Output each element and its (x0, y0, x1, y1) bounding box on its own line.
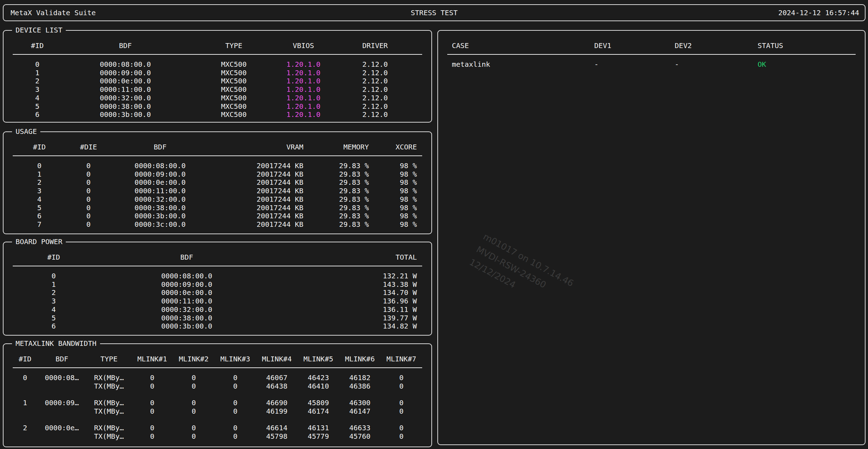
cell-id: 3 (13, 187, 66, 195)
cell-id: 6 (13, 111, 62, 119)
col-header-die: #DIE (66, 143, 111, 151)
col-header-mlink4: MLINK#4 (256, 355, 297, 363)
col-header-id: #ID (13, 143, 66, 151)
power-row-0: 0 0000:08:00.0 132.21 W (13, 272, 422, 280)
cell-xcore: 98 % (369, 212, 422, 220)
cell-total: 132.21 W (279, 272, 422, 280)
cell-type: MXC500 (189, 85, 279, 94)
col-header-type: TYPE (189, 41, 279, 50)
mlink-tx-row-1: TX(MBy… 0 0 0 46199 46174 46147 0 (13, 407, 422, 416)
status-badge: OK (758, 60, 856, 69)
cell-die: 0 (66, 220, 111, 229)
device-row-6: 6 0000:3b:00.0 MXC500 1.20.1.0 2.12.0 (13, 111, 422, 119)
mlink-tx-row-2: TX(MBy… 0 0 0 45798 45779 45760 0 (13, 432, 422, 441)
cell-mlink2: 0 (173, 407, 214, 416)
cell-id: 4 (13, 94, 62, 102)
cell-mlink2: 0 (173, 424, 214, 432)
cell-id: 1 (13, 399, 37, 407)
col-header-id: #ID (13, 41, 62, 50)
cell-mlink2: 0 (173, 432, 214, 441)
usage-panel: USAGE #ID #DIE BDF VRAM MEMORY XCORE 0 0… (3, 131, 432, 234)
cell-mlink6: 46633 (339, 424, 380, 432)
board-power-panel: BOARD POWER #ID BDF TOTAL 0 0000:08:00.0… (3, 242, 432, 336)
cell-type: RX(MBy… (86, 399, 131, 407)
cell-mlink6: 46182 (339, 374, 380, 382)
cell-bdf: 0000:09:00.0 (95, 280, 279, 289)
cell-mlink7: 0 (381, 374, 422, 382)
cell-id: 0 (13, 272, 95, 280)
usage-row-0: 0 0 0000:08:00.0 20017244 KB 29.83 % 98 … (13, 162, 422, 170)
cell-mlink7: 0 (381, 424, 422, 432)
device-row-1: 1 0000:09:00.0 MXC500 1.20.1.0 2.12.0 (13, 69, 422, 77)
cell-mlink3: 0 (215, 382, 256, 391)
cell-bdf: 0000:09:00.0 (62, 69, 189, 77)
cell-vbios: 1.20.1.0 (279, 69, 328, 77)
cell-vram: 20017244 KB (209, 162, 303, 170)
cell-type: MXC500 (189, 111, 279, 119)
col-header-total: TOTAL (279, 253, 422, 261)
device-row-2: 2 0000:0e:00.0 MXC500 1.20.1.0 2.12.0 (13, 77, 422, 85)
col-header-mlink5: MLINK#5 (298, 355, 339, 363)
top-bar: MetaX Validate Suite STRESS TEST 2024-12… (3, 4, 866, 21)
col-header-bdf: BDF (95, 253, 279, 261)
mlink-tx-row-0: TX(MBy… 0 0 0 46438 46410 46386 0 (13, 382, 422, 391)
cell-bdf: 0000:08… (37, 374, 86, 382)
cell-die: 0 (66, 204, 111, 212)
cell-id: 2 (13, 77, 62, 85)
cell-dev2: - (675, 60, 757, 69)
cell-mlink7: 0 (381, 399, 422, 407)
cell-total: 134.70 W (279, 289, 422, 297)
cell-mlink3: 0 (215, 399, 256, 407)
power-row-6: 6 0000:3b:00.0 134.82 W (13, 322, 422, 331)
cell-mlink6: 46300 (339, 399, 380, 407)
col-header-mlink2: MLINK#2 (173, 355, 214, 363)
cell-bdf: 0000:3b:00.0 (111, 212, 209, 220)
cell-mlink5: 45809 (298, 399, 339, 407)
cell-type: MXC500 (189, 77, 279, 85)
cell-xcore: 98 % (369, 195, 422, 204)
cell-mlink4: 45798 (256, 432, 297, 441)
cell-bdf: 0000:09:00.0 (111, 170, 209, 179)
col-header-status: STATUS (758, 41, 856, 50)
cell-mlink7: 0 (381, 382, 422, 391)
cell-driver: 2.12.0 (328, 69, 422, 77)
cell-xcore: 98 % (369, 178, 422, 187)
cell-id: 6 (13, 212, 66, 220)
header-divider (447, 54, 856, 55)
cell-bdf: 0000:0e… (37, 424, 86, 432)
cell-memory: 29.83 % (303, 162, 369, 170)
cell-mlink7: 0 (381, 432, 422, 441)
col-header-id: #ID (13, 253, 95, 261)
col-header-case: CASE (447, 41, 594, 50)
cell-driver: 2.12.0 (328, 102, 422, 111)
cell-driver: 2.12.0 (328, 94, 422, 102)
cell-mlink5: 46174 (298, 407, 339, 416)
cell-bdf: 0000:3c:00.0 (111, 220, 209, 229)
device-row-3: 3 0000:11:00.0 MXC500 1.20.1.0 2.12.0 (13, 85, 422, 94)
cell-mlink1: 0 (132, 432, 173, 441)
cell-total: 134.82 W (279, 322, 422, 331)
cell-mlink3: 0 (215, 407, 256, 416)
cell-bdf: 0000:32:00.0 (62, 94, 189, 102)
cell-bdf: 0000:3b:00.0 (62, 111, 189, 119)
cell-mlink5: 46410 (298, 382, 339, 391)
cell-xcore: 98 % (369, 187, 422, 195)
cell-total: 139.77 W (279, 314, 422, 323)
power-row-4: 4 0000:32:00.0 136.11 W (13, 306, 422, 314)
cell-die: 0 (66, 170, 111, 179)
cell-mlink3: 0 (215, 424, 256, 432)
cell-type: TX(MBy… (86, 382, 131, 391)
power-row-2: 2 0000:0e:00.0 134.70 W (13, 289, 422, 297)
cell-bdf: 0000:08:00.0 (111, 162, 209, 170)
cell-vram: 20017244 KB (209, 212, 303, 220)
cell-driver: 2.12.0 (328, 85, 422, 94)
col-header-mlink3: MLINK#3 (215, 355, 256, 363)
cell-total: 143.38 W (279, 280, 422, 289)
metaxlink-bandwidth-panel: METAXLINK BANDWIDTH #ID BDF TYPE MLINK#1… (3, 343, 432, 447)
cell-vram: 20017244 KB (209, 204, 303, 212)
cell-type: MXC500 (189, 60, 279, 69)
cell-bdf: 0000:11:00.0 (95, 297, 279, 306)
cell-memory: 29.83 % (303, 212, 369, 220)
cell-driver: 2.12.0 (328, 77, 422, 85)
power-row-5: 5 0000:38:00.0 139.77 W (13, 314, 422, 323)
